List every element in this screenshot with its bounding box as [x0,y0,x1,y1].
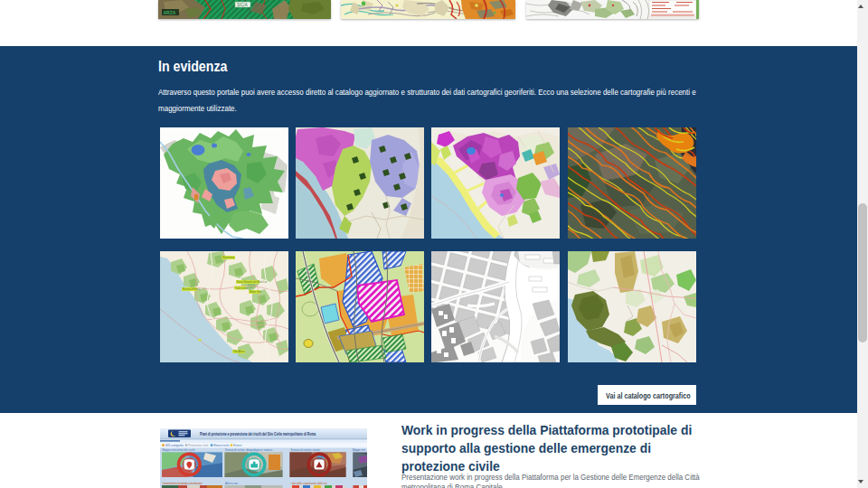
svg-text:Piani di protezione e prevenzi: Piani di protezione e prevenzione dei ri… [200,431,316,436]
svg-text:Riserva di Roma: Riserva di Roma [183,287,201,291]
svg-text:Tivoli centro: Tivoli centro [235,286,248,289]
svg-text:Parco Naturale dei Monti Luc: Parco Naturale dei Monti Luc [237,280,268,284]
svg-text:Protezione civile: Protezione civile [188,444,208,447]
svg-text:Mappa interattiva dei rischi: Mappa interattiva dei rischi [163,448,195,452]
svg-text:GIS cartografia: GIS cartografia [165,444,184,447]
svg-text:Scenari di rischio: idrogeolog: Scenari di rischio: idrogeologico e sism… [225,448,272,452]
svg-text:Scenari di rischio: eventi: Scenari di rischio: eventi [291,448,320,452]
svg-text:Mappe inte: Mappe inte [353,448,365,452]
svg-text:Monte Gen: Monte Gen [250,290,261,294]
svg-text:Allerta me: Allerta me [225,482,238,485]
svg-text:Eventi: Eventi [233,444,241,447]
svg-text:Villa Albani: Villa Albani [233,350,245,353]
svg-text:SIC/A: SIC/A [237,3,248,7]
svg-text:ARZA: ARZA [164,10,176,15]
svg-text:Monteroton: Monteroton [222,256,235,259]
svg-text:i dati delle segnalazioni dell: i dati delle segnalazioni delle em [291,482,328,485]
svg-text:Elenco rischi: Elenco rischi [213,444,229,447]
svg-text:Contenuti del rischio idraulic: Contenuti del rischio idraulico consider… [163,482,203,485]
